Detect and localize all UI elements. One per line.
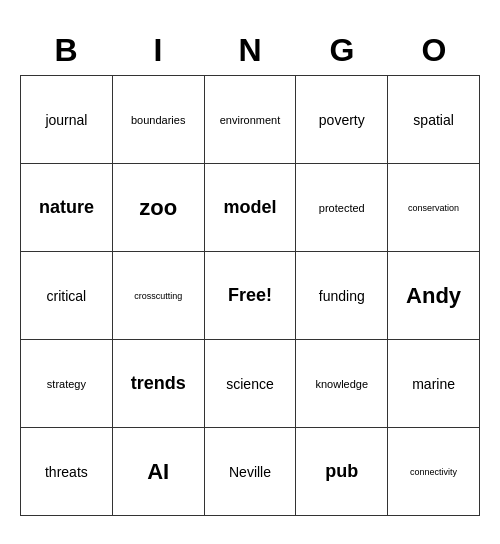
cell-text-19: marine	[412, 376, 455, 392]
cell-text-2: environment	[220, 114, 281, 126]
cell-1: boundaries	[113, 76, 205, 164]
cell-0: journal	[21, 76, 113, 164]
cell-22: Neville	[205, 428, 297, 516]
cell-12: Free!	[205, 252, 297, 340]
cell-text-8: protected	[319, 202, 365, 214]
cell-text-1: boundaries	[131, 114, 185, 126]
cell-3: poverty	[296, 76, 388, 164]
cell-23: pub	[296, 428, 388, 516]
cell-14: Andy	[388, 252, 480, 340]
cell-15: strategy	[21, 340, 113, 428]
cell-20: threats	[21, 428, 113, 516]
cell-text-16: trends	[131, 373, 186, 394]
cell-5: nature	[21, 164, 113, 252]
cell-text-6: zoo	[139, 195, 177, 221]
cell-text-23: pub	[325, 461, 358, 482]
cell-19: marine	[388, 340, 480, 428]
bingo-grid: journalboundariesenvironmentpovertyspati…	[20, 75, 480, 516]
cell-text-20: threats	[45, 464, 88, 480]
cell-10: critical	[21, 252, 113, 340]
bingo-header: BINGO	[20, 28, 480, 73]
cell-text-0: journal	[45, 112, 87, 128]
cell-11: crosscutting	[113, 252, 205, 340]
cell-text-24: connectivity	[410, 467, 457, 477]
cell-7: model	[205, 164, 297, 252]
cell-text-12: Free!	[228, 285, 272, 306]
cell-text-9: conservation	[408, 203, 459, 213]
header-letter-B: B	[20, 28, 112, 73]
cell-8: protected	[296, 164, 388, 252]
cell-text-4: spatial	[413, 112, 453, 128]
cell-4: spatial	[388, 76, 480, 164]
cell-text-7: model	[223, 197, 276, 218]
cell-text-21: AI	[147, 459, 169, 485]
cell-text-15: strategy	[47, 378, 86, 390]
cell-21: AI	[113, 428, 205, 516]
cell-text-22: Neville	[229, 464, 271, 480]
cell-17: science	[205, 340, 297, 428]
header-letter-G: G	[296, 28, 388, 73]
header-letter-I: I	[112, 28, 204, 73]
cell-24: connectivity	[388, 428, 480, 516]
cell-text-17: science	[226, 376, 273, 392]
cell-18: knowledge	[296, 340, 388, 428]
cell-text-10: critical	[47, 288, 87, 304]
cell-2: environment	[205, 76, 297, 164]
cell-text-18: knowledge	[315, 378, 368, 390]
cell-16: trends	[113, 340, 205, 428]
cell-text-14: Andy	[406, 283, 461, 309]
cell-text-3: poverty	[319, 112, 365, 128]
cell-6: zoo	[113, 164, 205, 252]
cell-13: funding	[296, 252, 388, 340]
header-letter-O: O	[388, 28, 480, 73]
cell-text-5: nature	[39, 197, 94, 218]
cell-text-11: crosscutting	[134, 291, 182, 301]
bingo-card: BINGO journalboundariesenvironmentpovert…	[20, 28, 480, 516]
header-letter-N: N	[204, 28, 296, 73]
cell-9: conservation	[388, 164, 480, 252]
cell-text-13: funding	[319, 288, 365, 304]
